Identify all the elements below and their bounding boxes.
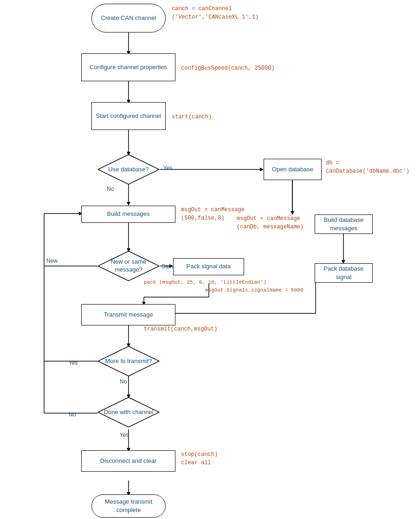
open-database-label: Open database xyxy=(272,165,313,174)
more-no-label: No xyxy=(120,378,127,385)
use-db-yes-label: Yes xyxy=(163,165,173,171)
more-to-transmit-label: More to transmit? xyxy=(105,357,152,365)
build-msg-code: msgOut = canMessage (500,false,8) xyxy=(181,206,245,222)
open-database-box: Open database xyxy=(264,159,322,180)
use-db-no-label: No xyxy=(107,186,114,192)
start-configured-box: Start configured channel xyxy=(91,102,166,130)
disconnect-code: stop(canch) clear all xyxy=(181,450,218,467)
more-to-transmit-diamond: More to transmit? xyxy=(97,346,160,376)
pack-db-signal-label: Pack database signal xyxy=(315,265,372,281)
disconnect-clear-box: Disconnect and clear xyxy=(81,450,175,472)
open-db-code: db = canDatabase('dbName.dbc') xyxy=(326,159,409,175)
pack-db-signal-box: Pack database signal xyxy=(315,263,373,283)
create-can-label: Create CAN channel xyxy=(101,14,156,22)
pack-signal-label: Pack signal data xyxy=(187,262,231,271)
build-messages-label: Build messages xyxy=(107,210,150,218)
start-code: start(canch) xyxy=(172,113,212,121)
use-database-diamond: Use database? xyxy=(97,154,160,185)
more-yes-label: Yes xyxy=(69,360,78,366)
svg-marker-9 xyxy=(127,202,130,206)
build-db-messages-box: Build database messages xyxy=(315,214,373,234)
configure-code: configBusSpeed(canch, 25000) xyxy=(181,64,275,72)
message-complete-box: Message transmit complete xyxy=(91,494,166,518)
pack-signal-box: Pack signal data xyxy=(173,258,244,275)
transmit-message-box: Transmit message xyxy=(81,304,175,325)
svg-marker-7 xyxy=(260,168,264,171)
build-messages-box: Build messages xyxy=(81,206,175,223)
done-no-label: No xyxy=(69,411,76,418)
start-label: Start configured channel xyxy=(96,112,162,120)
use-database-label: Use database? xyxy=(108,166,149,174)
build-db-msg-code: msgOut = canMessage (canDb, messageName) xyxy=(237,214,304,231)
flowchart-diagram: Create CAN channel canch = canChannel ('… xyxy=(0,0,420,519)
create-can-code: canch = canChannel ('Vector','CANcaseXL … xyxy=(172,5,258,21)
new-or-same-diamond: New or same message? xyxy=(97,251,160,281)
configure-channel-box: Configure channel properties xyxy=(81,53,175,81)
done-yes-label: Yes xyxy=(120,432,129,438)
pack-signal-code: pack (msgOut, 25, 0, 16, 'LittleEndian')… xyxy=(144,279,303,294)
done-with-channel-label: Done with channel xyxy=(104,409,154,416)
transmit-code: transmit(canch,msgOut) xyxy=(144,325,217,333)
new-label: New xyxy=(46,258,58,264)
transmit-label: Transmit message xyxy=(103,311,153,319)
create-can-channel-box: Create CAN channel xyxy=(91,4,166,32)
configure-label: Configure channel properties xyxy=(90,63,167,71)
disconnect-label: Disconnect and clear xyxy=(100,457,156,465)
done-with-channel-diamond: Done with channel xyxy=(97,397,160,428)
new-or-same-label: New or same message? xyxy=(97,258,160,274)
build-db-messages-label: Build database messages xyxy=(315,216,372,233)
message-complete-label: Message transmit complete xyxy=(92,498,165,514)
